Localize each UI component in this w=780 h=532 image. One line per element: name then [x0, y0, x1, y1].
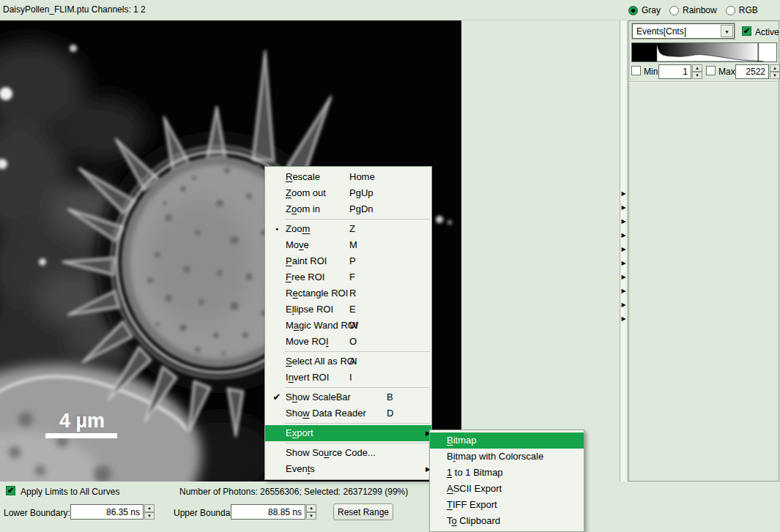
menu-shortcut: D	[387, 405, 393, 422]
min-value-input[interactable]	[658, 64, 691, 79]
menu-item-label: Events	[286, 463, 315, 474]
menu-item-paint-roi[interactable]: Paint ROIP	[265, 253, 431, 269]
spin-down-icon[interactable]	[692, 72, 702, 79]
menu-item-label: Zoom out	[286, 187, 326, 198]
menu-item-magic-wand-roi[interactable]: Magic Wand ROIW	[265, 318, 431, 334]
spin-up-icon[interactable]	[770, 64, 780, 72]
menu-item-show-source-code[interactable]: Show Source Code...	[265, 445, 431, 461]
menu-item-rectangle-roi[interactable]: Rectangle ROIR	[265, 285, 431, 301]
spin-down-icon[interactable]	[306, 512, 316, 520]
menu-item-label: Show Data Reader	[286, 408, 366, 419]
title-bar: DaisyPollen_FLIM.ptu Channels: 1 2 GrayR…	[0, 0, 780, 20]
spin-down-icon[interactable]	[770, 72, 780, 79]
menu-item-show-scalebar[interactable]: ✔Show ScaleBarB	[265, 389, 431, 405]
collapsed-panel-arrow-icon[interactable]: ▶	[621, 204, 625, 211]
menu-item-zoom-in[interactable]: Zoom inPgDn	[265, 201, 431, 217]
min-stepper[interactable]	[692, 64, 702, 79]
radio-icon[interactable]	[726, 6, 735, 15]
menu-shortcut: P	[349, 253, 356, 269]
collapsed-panel-toggles: ▶▶▶▶▶▶▶▶▶▶	[620, 190, 628, 323]
menu-shortcut: M	[349, 237, 357, 253]
lower-boundary-input[interactable]	[70, 504, 144, 520]
menu-item-bitmap-with-colorscale[interactable]: Bitmap with Colorscale	[430, 449, 584, 465]
collapsed-panel-arrow-icon[interactable]: ▶	[621, 315, 625, 323]
menu-item-label: Paint ROI	[286, 255, 327, 266]
menu-item-free-roi[interactable]: Free ROIF	[265, 269, 431, 285]
menu-shortcut: PgUp	[349, 185, 374, 201]
menu-shortcut: Home	[349, 169, 375, 185]
lower-boundary-label: Lower Boundary:	[4, 508, 70, 518]
radio-icon[interactable]	[669, 6, 679, 15]
display-mode-radios: GrayRainbowRGB	[628, 5, 758, 15]
menu-shortcut: A	[349, 353, 356, 370]
menu-item-select-all-as-roi[interactable]: Select All as ROIA	[265, 353, 431, 370]
menu-item-label: 1 to 1 Bitmap	[447, 467, 503, 478]
menu-item-1-to-1-bitmap[interactable]: 1 to 1 Bitmap	[430, 465, 584, 481]
menu-item-ascii-export[interactable]: ASCII Export	[430, 481, 584, 497]
menu-item-zoom-out[interactable]: Zoom outPgUp	[265, 185, 431, 201]
menu-item-label: Zoom in	[286, 203, 320, 214]
active-checkbox[interactable]	[742, 26, 751, 36]
collapsed-panel-arrow-icon[interactable]: ▶	[621, 260, 625, 267]
menu-item-label: Show Source Code...	[286, 447, 376, 458]
display-mode-gray[interactable]: Gray	[628, 5, 661, 15]
collapsed-panel-arrow-icon[interactable]: ▶	[621, 274, 625, 281]
menu-item-zoom[interactable]: ●ZoomZ	[265, 221, 431, 237]
photon-count-status: Number of Photons: 26556306; Selected: 2…	[179, 487, 408, 497]
menu-item-label: TIFF Export	[447, 499, 497, 510]
collapsed-panel-arrow-icon[interactable]: ▶	[621, 232, 625, 239]
collapsed-panel-arrow-icon[interactable]: ▶	[621, 301, 625, 309]
spin-up-icon[interactable]	[692, 64, 702, 72]
max-stepper[interactable]	[770, 64, 780, 79]
collapsed-panel-arrow-icon[interactable]: ▶	[621, 218, 625, 225]
spin-down-icon[interactable]	[144, 512, 155, 520]
menu-item-label: Free ROI	[286, 271, 324, 282]
apply-limits-checkbox[interactable]	[6, 486, 15, 495]
menu-shortcut: B	[387, 389, 393, 405]
menu-item-label: Select All as ROI	[286, 356, 357, 367]
min-checkbox[interactable]	[631, 66, 641, 75]
scalebar-label: 4 µm	[59, 410, 105, 432]
menu-item-label: Show ScaleBar	[286, 391, 351, 402]
chevron-down-icon[interactable]	[721, 25, 733, 37]
menu-shortcut: W	[349, 318, 358, 334]
menu-item-events[interactable]: Events▶	[265, 461, 431, 477]
radio-label: RGB	[739, 5, 758, 15]
upper-boundary-input[interactable]	[231, 504, 305, 520]
collapsed-panel-arrow-icon[interactable]: ▶	[621, 246, 625, 253]
menu-item-export[interactable]: Export▶	[265, 425, 431, 441]
image-context-menu: RescaleHomeZoom outPgUpZoom inPgDn●ZoomZ…	[264, 166, 432, 480]
collapsed-panel-arrow-icon[interactable]: ▶	[621, 190, 625, 198]
menu-item-show-data-reader[interactable]: Show Data ReaderD	[265, 405, 431, 422]
spin-up-icon[interactable]	[144, 504, 155, 512]
menu-item-tiff-export[interactable]: TIFF Export	[430, 497, 584, 513]
menu-item-move-roi[interactable]: Move ROIO	[265, 334, 431, 350]
menu-item-invert-roi[interactable]: Invert ROII	[265, 370, 431, 386]
display-mode-rainbow[interactable]: Rainbow	[669, 5, 717, 15]
display-mode-rgb[interactable]: RGB	[726, 5, 758, 15]
menu-item-rescale[interactable]: RescaleHome	[265, 169, 431, 185]
menu-shortcut: F	[349, 269, 355, 285]
radio-label: Gray	[642, 5, 661, 15]
menu-item-label: Move ROI	[286, 336, 329, 347]
menu-item-to-clipboard[interactable]: To Clipboard	[430, 513, 584, 529]
menu-shortcut: I	[349, 370, 352, 386]
menu-item-ellipse-roi[interactable]: Ellipse ROIE	[265, 301, 431, 318]
radio-label: Rainbow	[683, 5, 717, 15]
radio-icon[interactable]	[628, 6, 638, 15]
menu-item-label: Zoom	[286, 223, 310, 234]
upper-boundary-stepper[interactable]	[306, 504, 316, 520]
reset-range-button[interactable]: Reset Range	[333, 503, 393, 520]
menu-item-label: Rescale	[286, 171, 320, 182]
intensity-histogram[interactable]	[631, 42, 777, 62]
menu-item-bitmap[interactable]: Bitmap	[430, 432, 584, 449]
menu-shortcut: O	[349, 334, 357, 350]
max-checkbox[interactable]	[706, 66, 716, 75]
channel-select[interactable]: Events[Cnts]	[632, 23, 735, 39]
menu-item-move[interactable]: MoveM	[265, 237, 431, 253]
max-value-input[interactable]	[735, 64, 769, 79]
lower-boundary-stepper[interactable]	[144, 504, 155, 520]
collapsed-panel-arrow-icon[interactable]: ▶	[621, 288, 625, 295]
menu-separator	[285, 423, 430, 424]
spin-up-icon[interactable]	[306, 504, 316, 512]
